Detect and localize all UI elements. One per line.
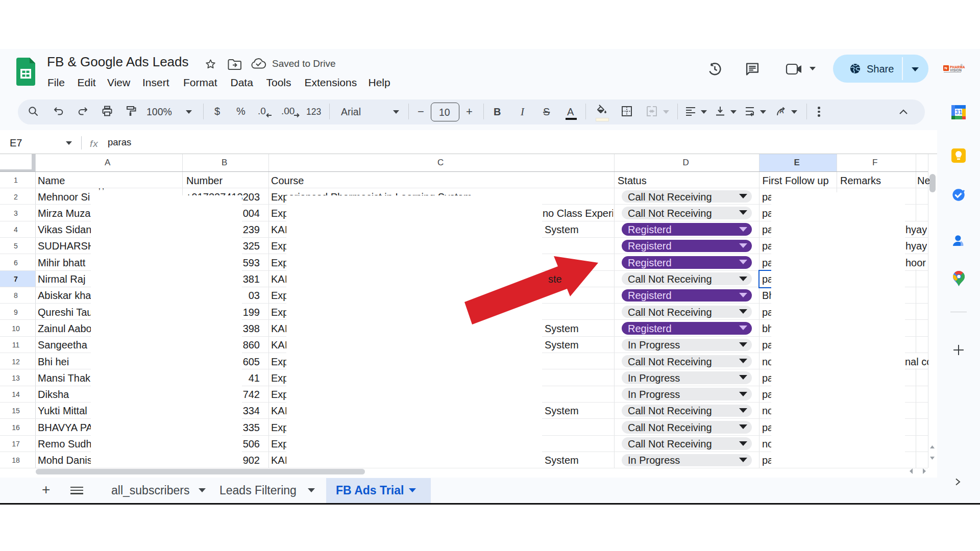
svg-text:A: A (779, 108, 784, 115)
